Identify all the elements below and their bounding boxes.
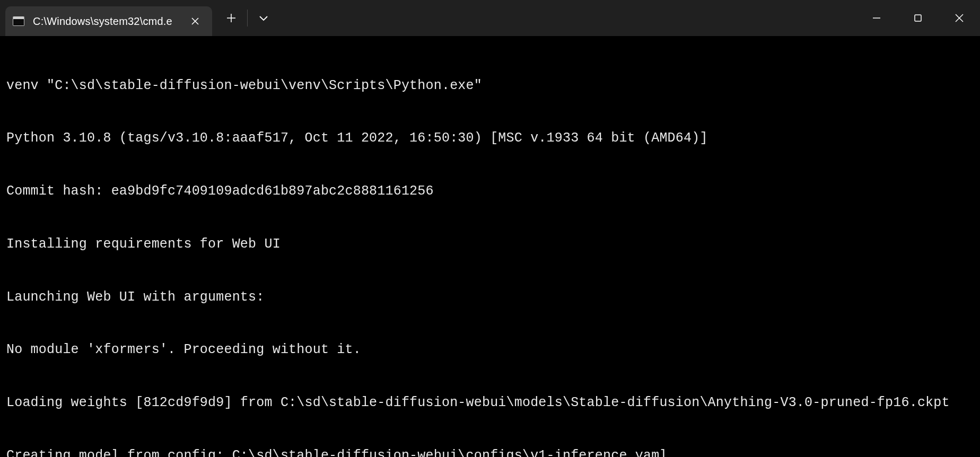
terminal-line: Loading weights [812cd9f9d9] from C:\sd\… bbox=[6, 394, 974, 411]
tab-title: C:\Windows\system32\cmd.e bbox=[33, 14, 179, 29]
maximize-icon bbox=[914, 14, 922, 22]
tabstrip: C:\Windows\system32\cmd.e bbox=[0, 0, 212, 36]
terminal-line: No module 'xformers'. Proceeding without… bbox=[6, 341, 974, 358]
window-controls bbox=[856, 0, 980, 36]
chevron-down-icon bbox=[259, 15, 268, 21]
separator bbox=[247, 10, 248, 27]
minimize-icon bbox=[872, 13, 881, 23]
terminal-output[interactable]: venv "C:\sd\stable-diffusion-webui\venv\… bbox=[0, 36, 980, 457]
window-close-button[interactable] bbox=[939, 0, 980, 36]
tab-dropdown-button[interactable] bbox=[253, 7, 274, 29]
newtab-area bbox=[221, 0, 274, 36]
plus-icon bbox=[226, 13, 236, 23]
tab-cmd[interactable]: C:\Windows\system32\cmd.e bbox=[5, 6, 212, 36]
svg-rect-5 bbox=[915, 15, 921, 21]
terminal-line: Creating model from config: C:\sd\stable… bbox=[6, 447, 974, 457]
tab-close-button[interactable] bbox=[188, 14, 203, 29]
close-icon bbox=[191, 17, 199, 25]
terminal-line: Python 3.10.8 (tags/v3.10.8:aaaf517, Oct… bbox=[6, 129, 974, 147]
terminal-line: Installing requirements for Web UI bbox=[6, 235, 974, 253]
cmd-icon bbox=[13, 16, 24, 26]
new-tab-button[interactable] bbox=[221, 7, 242, 29]
terminal-line: Commit hash: ea9bd9fc7409109adcd61b897ab… bbox=[6, 182, 974, 200]
terminal-line: venv "C:\sd\stable-diffusion-webui\venv\… bbox=[6, 77, 974, 94]
terminal-line: Launching Web UI with arguments: bbox=[6, 288, 974, 306]
minimize-button[interactable] bbox=[856, 0, 897, 36]
titlebar: C:\Windows\system32\cmd.e bbox=[0, 0, 980, 36]
titlebar-drag-area[interactable] bbox=[274, 0, 856, 36]
maximize-button[interactable] bbox=[897, 0, 939, 36]
close-icon bbox=[955, 13, 964, 23]
